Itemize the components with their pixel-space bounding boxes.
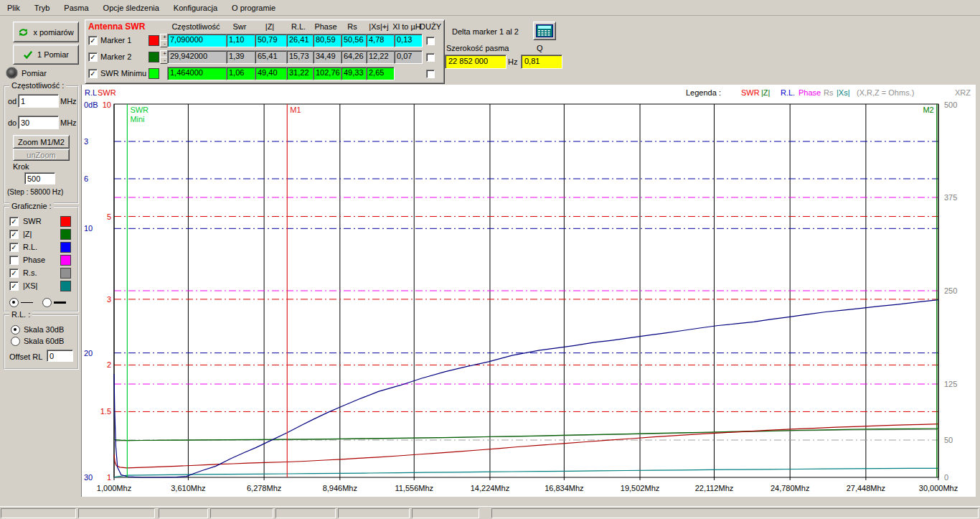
marker-visible-checkbox[interactable]: ✓	[88, 36, 98, 45]
duzy-checkbox[interactable]	[426, 70, 435, 78]
xrz-tick-label: 250	[944, 286, 957, 295]
marker-line-label: M2	[923, 106, 933, 114]
graph-trace-checkbox[interactable]: ✓	[9, 230, 19, 239]
scale-60db-label: Skala 60dB	[24, 337, 64, 345]
step-label: Krok	[13, 162, 29, 171]
scale-30db-radio[interactable]	[11, 325, 20, 335]
refresh-icon	[18, 27, 29, 37]
swr-tick-label: 1.5	[100, 407, 111, 416]
menu-item-plik[interactable]: Plik	[0, 1, 27, 14]
to-unit-label: MHz	[60, 118, 77, 127]
from-label: od	[8, 97, 17, 106]
statusbar-cell	[78, 508, 155, 518]
menu-item-pasma[interactable]: Pasma	[57, 1, 95, 14]
series-xs	[114, 468, 938, 477]
graph-trace-checkbox[interactable]: ✓	[9, 281, 19, 291]
marker-value-field: 12,22	[366, 50, 395, 64]
series-z	[114, 429, 938, 441]
column-header-z: |Z|	[265, 22, 274, 31]
legend-item: |Xs|	[837, 88, 850, 97]
to-freq-input[interactable]	[18, 116, 59, 129]
graph-trace-label: |Z|	[23, 230, 32, 238]
marker-value-field: 1,10	[226, 34, 255, 47]
thin-line-radio[interactable]	[9, 298, 19, 307]
series-rs	[114, 429, 938, 441]
statusbar-cell	[1, 508, 76, 518]
swr-tick-label: 2	[107, 360, 111, 369]
menu-item-tryb[interactable]: Tryb	[27, 1, 57, 14]
multi-measure-label: x pomiarów	[33, 28, 73, 37]
rl-tick-label: 6	[84, 174, 88, 183]
x-tick-label: 30,000Mhz	[919, 484, 958, 492]
marker-panel: Antenna SWR Częstotliwość Swr |Z| R.L. P…	[85, 19, 445, 84]
menu-item-konfiguracja[interactable]: Konfiguracja	[166, 1, 225, 14]
menu-item-o-programie[interactable]: O programie	[225, 1, 283, 14]
marker-value-field: 64,26	[341, 50, 367, 64]
marker-value-field: 50,79	[255, 34, 287, 47]
zoom-m1-m2-button[interactable]: Zoom M1/M2	[13, 135, 70, 149]
x-tick-label: 19,502Mhz	[621, 484, 659, 492]
single-measure-button[interactable]: 1 Pomiar	[13, 45, 79, 65]
delta-marker-label: Delta marker 1 al 2	[452, 27, 519, 36]
column-header-swr: Swr	[233, 22, 247, 31]
graph-trace-checkbox[interactable]: ✓	[9, 243, 19, 252]
marker-color-swatch	[149, 68, 159, 79]
marker-value-field: 65,41	[255, 50, 287, 64]
menu-item-opcje-sledzenia[interactable]: Opcje śledzenia	[96, 1, 166, 14]
corner-rl-label: R.L	[85, 88, 97, 97]
graph-trace-swatch	[60, 242, 71, 253]
offset-rl-input[interactable]	[47, 350, 73, 362]
chart-panel: 1,000Mhz3,610Mhz6,278Mhz8,946Mhz11,556Mh…	[81, 85, 976, 497]
graph-trace-swatch	[60, 255, 71, 266]
graph-trace-checkbox[interactable]	[9, 256, 19, 265]
step-input[interactable]	[24, 172, 55, 184]
graph-trace-label: SWR	[23, 217, 42, 225]
statusbar-cell	[210, 508, 273, 518]
marker-visible-checkbox[interactable]: ✓	[88, 52, 98, 62]
graph-group-title: Graficznie :	[9, 202, 54, 210]
rl-scale-group: R.L. : Skala 30dB Skala 60dB Offset RL	[4, 314, 79, 370]
rl-tick-label: 0dB	[84, 100, 98, 109]
graph-trace-checkbox[interactable]: ✓	[9, 217, 19, 226]
calculator-button[interactable]	[533, 22, 556, 40]
swr-tick-label: 1	[107, 473, 111, 482]
column-header-xs: |Xs|+j	[369, 22, 388, 31]
thick-line-radio[interactable]	[42, 298, 52, 307]
swr-tick-label: 5	[107, 212, 111, 221]
from-freq-input[interactable]	[18, 94, 59, 108]
marker-color-swatch	[149, 35, 159, 46]
marker-value-field: 102,76	[313, 67, 341, 80]
column-header-duzy: DUŻY	[420, 22, 441, 31]
duzy-checkbox[interactable]	[426, 53, 435, 62]
pomiar-label: Pomiar	[22, 69, 47, 78]
swr-chart: 1,000Mhz3,610Mhz6,278Mhz8,946Mhz11,556Mh…	[82, 85, 976, 497]
statusbar-cell	[338, 508, 410, 518]
graph-trace-checkbox[interactable]: ✓	[9, 268, 19, 278]
column-header-xl: Xl to µH	[392, 22, 420, 31]
marker-line-label: Mini	[130, 115, 144, 123]
marker-row: ✓Marker 1+-7,0900001,1050,7926,4180,5950…	[85, 34, 443, 49]
rl-tick-label: 30	[84, 473, 93, 482]
marker-line-label: SWR	[130, 106, 149, 114]
marker-value-field: 50,56	[341, 34, 367, 47]
column-header-czestotliwosc: Częstotliwość	[171, 22, 220, 31]
unzoom-button[interactable]: unZoom	[13, 149, 70, 161]
legend-item: Rs	[824, 88, 834, 97]
scale-60db-radio[interactable]	[11, 337, 20, 346]
marker-visible-checkbox[interactable]: ✓	[88, 69, 98, 78]
duzy-checkbox[interactable]	[426, 37, 435, 45]
x-tick-label: 27,448Mhz	[847, 484, 885, 492]
xrz-tick-label: 50	[944, 436, 953, 444]
marker-value-field: 26,41	[286, 34, 314, 47]
multi-measure-button[interactable]: x pomiarów	[13, 22, 79, 42]
frequency-group-title: Częstotliwość :	[9, 81, 66, 90]
series-rl	[114, 300, 938, 477]
marker-label: SWR Minimu	[100, 69, 146, 78]
bandwidth-label: Szerokość pasma	[446, 44, 509, 52]
marker-value-field: 1,06	[226, 67, 255, 80]
statusbar-cell	[412, 508, 479, 518]
xrz-tick-label: 375	[944, 193, 957, 202]
marker-row: ✓SWR Minimu1,4640001,0649,4031,22102,764…	[85, 67, 443, 82]
graph-trace-swatch	[60, 216, 71, 227]
rl-tick-label: 20	[84, 349, 93, 357]
